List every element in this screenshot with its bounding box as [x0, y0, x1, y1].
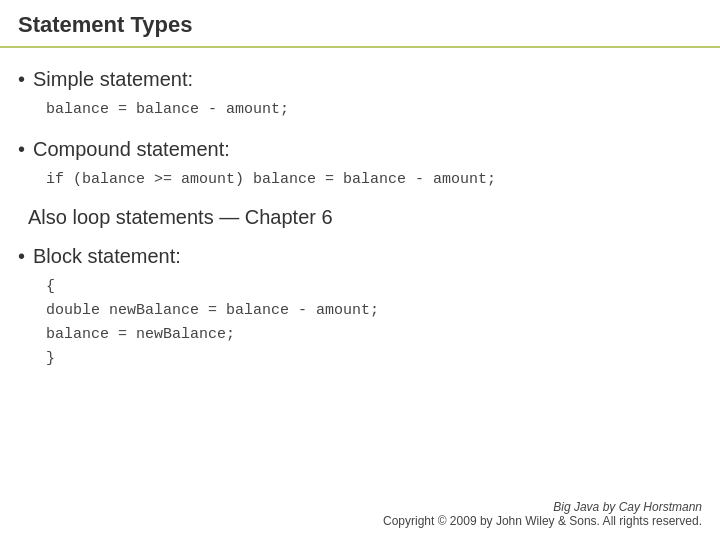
simple-statement-item: • Simple statement: — [18, 66, 702, 92]
block-code-line-3: balance = newBalance; — [46, 323, 702, 347]
compound-statement-code: if (balance >= amount) balance = balance… — [46, 168, 702, 192]
footer-line2: Copyright © 2009 by John Wiley & Sons. A… — [383, 514, 702, 528]
simple-statement-code: balance = balance - amount; — [46, 98, 702, 122]
compound-statement-item: • Compound statement: — [18, 136, 702, 162]
block-code-line-2: double newBalance = balance - amount; — [46, 299, 702, 323]
block-statement-item: • Block statement: — [18, 243, 702, 269]
footer: Big Java by Cay Horstmann Copyright © 20… — [383, 500, 702, 528]
bullet-dot-2: • — [18, 136, 25, 162]
content-area: • Simple statement: balance = balance - … — [0, 48, 720, 371]
title-bar: Statement Types — [0, 0, 720, 48]
bullet-dot-3: • — [18, 243, 25, 269]
compound-statement-label: Compound statement: — [33, 136, 230, 162]
block-code-line-4: } — [46, 347, 702, 371]
page-title: Statement Types — [18, 12, 192, 37]
simple-statement-label: Simple statement: — [33, 66, 193, 92]
footer-line1: Big Java by Cay Horstmann — [383, 500, 702, 514]
also-line: Also loop statements — Chapter 6 — [28, 206, 702, 229]
page-container: Statement Types • Simple statement: bala… — [0, 0, 720, 540]
block-statement-label: Block statement: — [33, 243, 181, 269]
block-code-line-1: { — [46, 275, 702, 299]
bullet-dot-1: • — [18, 66, 25, 92]
block-statement-code: { double newBalance = balance - amount; … — [46, 275, 702, 371]
